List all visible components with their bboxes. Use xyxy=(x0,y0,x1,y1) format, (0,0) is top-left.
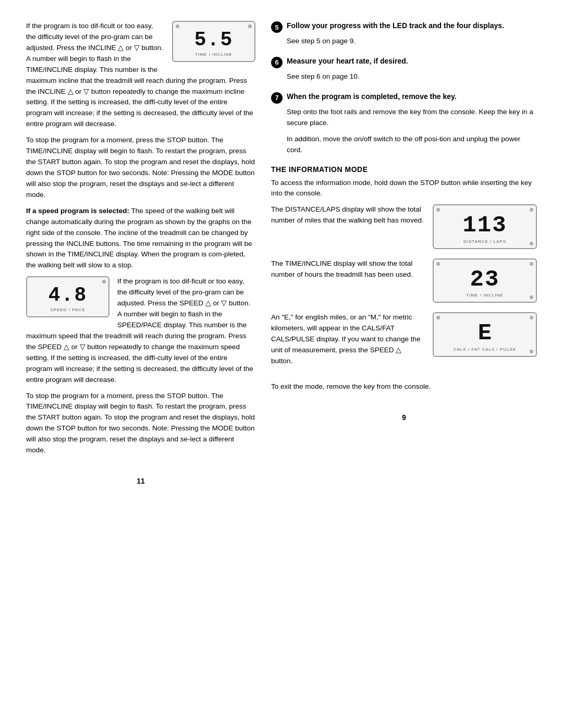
display-label-cals: CALS / FAT CALS / PULSE xyxy=(439,347,531,352)
page-number-right: 9 xyxy=(271,413,537,422)
cals-row: An "E," for english miles, or an "M," fo… xyxy=(271,312,537,372)
left-para-3-bold: If a speed program is selected: xyxy=(26,207,129,215)
display-num-distance: 113 xyxy=(439,213,531,238)
display-label-time: TIME / INCLINE xyxy=(439,293,531,298)
display-number-2: 4.8 xyxy=(32,285,103,306)
display-distance-laps: 113 DISTANCE / LAPS xyxy=(433,204,537,249)
step-7-body2: In addition, move the on/off switch to t… xyxy=(287,134,537,156)
step-6: 6 Measure your heart rate, if desired. S… xyxy=(271,56,537,82)
distance-laps-text: The DISTANCE/LAPS display will show the … xyxy=(271,204,425,226)
display-num-cals: E xyxy=(439,320,531,346)
step-5: 5 Follow your progress with the LED trac… xyxy=(271,21,537,47)
step-6-body: See step 6 on page 10. xyxy=(287,71,537,82)
dot-br-d3 xyxy=(530,350,533,353)
info-intro: To access the information mode, hold dow… xyxy=(271,178,537,200)
display-num-time: 23 xyxy=(439,267,531,292)
step-7-title: When the program is completed, remove th… xyxy=(287,92,457,102)
time-incline-text: The TIME/INCLINE display will show the t… xyxy=(271,258,425,280)
page-number-left: 11 xyxy=(26,477,255,485)
left-section-2: 4.8 SPEED / PACE If the program is too d… xyxy=(26,276,255,390)
dot-tr-2 xyxy=(102,280,106,283)
dot-tr xyxy=(248,24,252,28)
step-5-body: See step 5 on page 9. xyxy=(287,36,537,47)
display-time-incline-info: 23 TIME / INCLINE xyxy=(433,258,537,303)
display-cals: E CALS / FAT CALS / PULSE xyxy=(433,312,537,356)
display-label-distance: DISTANCE / LAPS xyxy=(439,239,531,244)
display-label-1: TIME / INCLINE xyxy=(178,52,249,57)
left-para-3-rest: The speed of the walking belt will chang… xyxy=(26,207,252,269)
info-section: THE INFORMATION MODE To access the infor… xyxy=(271,165,537,392)
dot-tr-d3 xyxy=(530,316,533,319)
dot-tl xyxy=(176,24,179,28)
left-section-1: 5.5 TIME / INCLINE If the program is too… xyxy=(26,21,255,135)
display-speed-pace: 4.8 SPEED / PACE xyxy=(26,276,109,317)
dot-tl-d1 xyxy=(436,208,440,212)
cals-text: An "E," for english miles, or an "M," fo… xyxy=(271,312,425,367)
dot-br-d2 xyxy=(530,295,533,299)
dot-tr-d1 xyxy=(530,208,533,212)
distance-laps-row: The DISTANCE/LAPS display will show the … xyxy=(271,204,537,249)
dot-br-d1 xyxy=(530,242,533,245)
step-5-circle: 5 xyxy=(271,21,283,33)
display-time-incline-1: 5.5 TIME / INCLINE xyxy=(172,21,255,62)
step-6-circle: 6 xyxy=(271,57,283,68)
step-7-circle: 7 xyxy=(271,92,283,104)
dot-tl-d2 xyxy=(436,262,440,266)
left-para-3: If a speed program is selected: The spee… xyxy=(26,206,255,272)
step-7-body1: Step onto the foot rails and remove the … xyxy=(287,107,537,129)
info-section-title: THE INFORMATION MODE xyxy=(271,165,537,174)
left-para-5: To stop the program for a moment, press … xyxy=(26,391,255,456)
display-number-1: 5.5 xyxy=(178,29,249,51)
step-7: 7 When the program is completed, remove … xyxy=(271,92,537,156)
dot-tr-d2 xyxy=(530,262,533,266)
display-label-2: SPEED / PACE xyxy=(32,307,103,312)
left-para-2: To stop the program for a moment, press … xyxy=(26,135,255,201)
dot-tl-d3 xyxy=(436,316,440,319)
step-6-title: Measure your heart rate, if desired. xyxy=(287,56,408,67)
step-5-title: Follow your progress with the LED track … xyxy=(287,21,504,31)
time-incline-row: The TIME/INCLINE display will show the t… xyxy=(271,258,537,303)
info-outro: To exit the mode, remove the key from th… xyxy=(271,381,537,392)
